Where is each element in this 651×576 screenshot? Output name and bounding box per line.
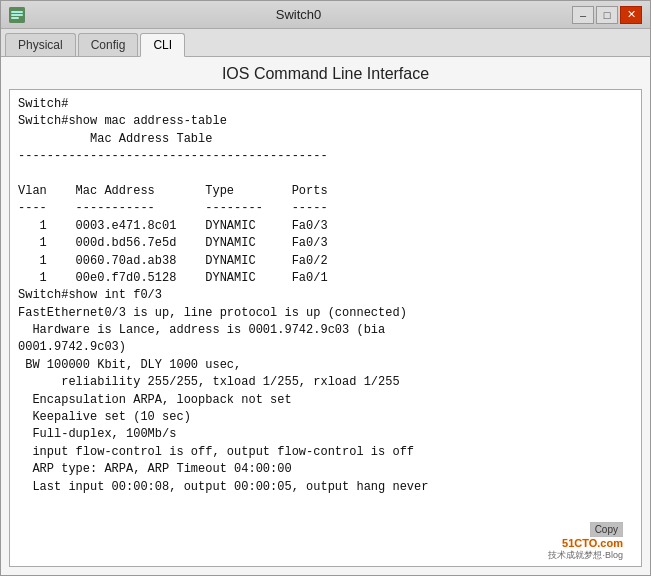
tab-cli[interactable]: CLI <box>140 33 185 57</box>
window-title: Switch0 <box>25 7 572 22</box>
app-icon <box>9 7 25 23</box>
window-controls: – □ ✕ <box>572 6 642 24</box>
terminal-output[interactable]: Switch# Switch#show mac address-table Ma… <box>10 90 641 566</box>
svg-rect-1 <box>11 11 23 13</box>
title-bar: Switch0 – □ ✕ <box>1 1 650 29</box>
application-window: Switch0 – □ ✕ Physical Config CLI IOS Co… <box>0 0 651 576</box>
cli-heading: IOS Command Line Interface <box>1 57 650 89</box>
tab-bar: Physical Config CLI <box>1 29 650 57</box>
terminal-wrapper: Switch# Switch#show mac address-table Ma… <box>9 89 642 567</box>
minimize-button[interactable]: – <box>572 6 594 24</box>
tab-physical[interactable]: Physical <box>5 33 76 56</box>
maximize-button[interactable]: □ <box>596 6 618 24</box>
svg-rect-3 <box>11 17 19 19</box>
main-content: IOS Command Line Interface Switch# Switc… <box>1 57 650 575</box>
close-button[interactable]: ✕ <box>620 6 642 24</box>
svg-rect-2 <box>11 14 23 16</box>
tab-config[interactable]: Config <box>78 33 139 56</box>
